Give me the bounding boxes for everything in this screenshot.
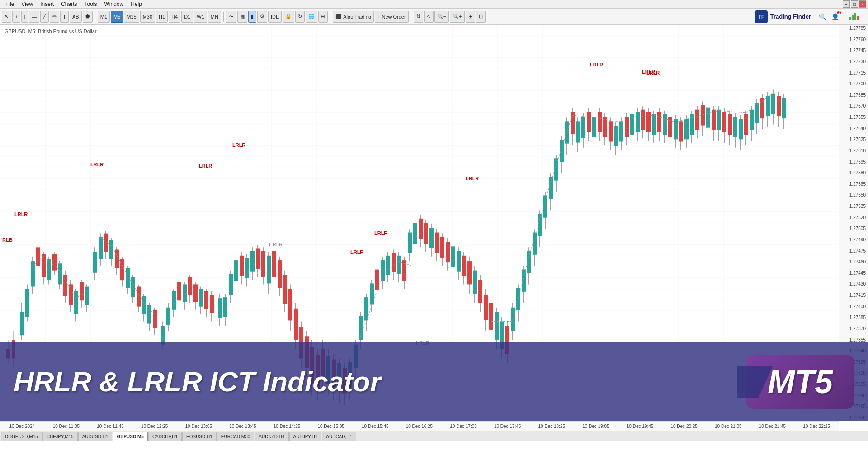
svg-rect-186 (478, 280, 482, 303)
price-label: 1.27370 (840, 326, 867, 331)
cursor-tool[interactable]: ↖ (2, 11, 11, 23)
svg-rect-92 (240, 256, 244, 276)
maximize-button[interactable]: □ (851, 0, 858, 8)
wave-btn[interactable]: ∿ (424, 11, 434, 23)
tf-w1[interactable]: W1 (194, 11, 207, 23)
svg-rect-26 (58, 263, 62, 284)
time-label: 10 Dec 16:25 (397, 424, 442, 429)
svg-rect-253 (657, 112, 661, 132)
tf-m15[interactable]: M15 (124, 11, 139, 23)
ab-tool[interactable]: AB (70, 11, 82, 23)
tab-audnzd-h4[interactable]: AUDNZD,H4 (255, 432, 288, 441)
svg-rect-69 (177, 282, 181, 300)
zoom-in-btn[interactable]: 🔍+ (450, 11, 464, 23)
chart-options-btn[interactable]: ⚙ (257, 11, 267, 23)
time-label: 10 Dec 18:25 (530, 424, 574, 429)
tab-audcad-h1[interactable]: AUDCAD,H1 (322, 432, 356, 441)
svg-text:LRLR: LRLR (590, 62, 603, 67)
svg-rect-273 (712, 110, 716, 130)
close-button[interactable]: × (859, 0, 866, 8)
svg-rect-12 (20, 312, 24, 335)
menu-view[interactable]: View (18, 1, 37, 7)
time-label: 10 Dec 17:45 (486, 424, 530, 429)
time-label: 10 Dec 11:05 (44, 424, 89, 429)
chart-shift-btn[interactable]: ⊡ (476, 11, 486, 23)
chart-candle-btn[interactable]: ▮ (248, 11, 256, 23)
add-tool[interactable]: + (12, 11, 20, 23)
refresh-btn[interactable]: ↻ (295, 11, 305, 23)
tf-mn[interactable]: MN (208, 11, 221, 23)
menu-tools[interactable]: Tools (81, 1, 101, 7)
new-order-btn[interactable]: + New Order (375, 11, 409, 23)
chart-line-btn[interactable]: 〜 (226, 11, 236, 23)
tab-audjpy-h1[interactable]: AUDJPY,H1 (289, 432, 322, 441)
globe-btn[interactable]: 🌐 (306, 11, 317, 23)
vertical-line-tool[interactable]: | (21, 11, 28, 23)
zoom-out-btn[interactable]: 🔍− (434, 11, 449, 23)
svg-rect-179 (462, 256, 466, 276)
price-label: 1.27400 (840, 304, 867, 309)
price-label: 1.27640 (840, 126, 867, 131)
menu-help[interactable]: Help (127, 1, 146, 7)
time-axis: 10 Dec 2024 10 Dec 11:05 10 Dec 11:45 10… (0, 421, 839, 431)
menu-insert[interactable]: Insert (37, 1, 57, 7)
svg-rect-192 (495, 312, 499, 340)
svg-rect-67 (172, 291, 176, 310)
svg-rect-109 (283, 275, 287, 304)
trend-line-tool[interactable]: ╱ (40, 11, 49, 23)
price-label: 1.27550 (840, 192, 867, 197)
ide-btn[interactable]: IDE (268, 11, 282, 23)
tab-gbpusd-m5[interactable]: GBPUSD,M5 (113, 432, 147, 441)
price-label: 1.27490 (840, 237, 867, 242)
tf-m5[interactable]: M5 (111, 11, 123, 23)
algo-trading-btn[interactable]: ⬛ Algo Trading (333, 11, 374, 23)
menu-window[interactable]: Window (101, 1, 127, 7)
pencil-tool[interactable]: ✏ (50, 11, 59, 23)
price-label: 1.27430 (840, 281, 867, 286)
tab-dogeusd-m15[interactable]: DOGEUSD,M15 (1, 432, 42, 441)
svg-rect-190 (489, 303, 493, 329)
chart-bar-btn[interactable]: ▦ (237, 11, 247, 23)
lock-btn[interactable]: 🔒 (283, 11, 294, 23)
search-icon[interactable]: 🔍 (817, 12, 827, 22)
price-btn[interactable]: ⇅ (414, 11, 423, 23)
globe2-btn[interactable]: ⊕ (318, 11, 328, 23)
chart-container[interactable]: GBPUSD, M5: British Pound vs US Dollar R… (0, 25, 868, 431)
tf-m1[interactable]: M1 (98, 11, 110, 23)
tab-chfjpy-m15[interactable]: CHFJPY,M15 (42, 432, 78, 441)
svg-rect-48 (120, 259, 124, 280)
time-label: 10 Dec 13:45 (221, 424, 265, 429)
svg-rect-107 (278, 260, 282, 288)
svg-rect-284 (739, 119, 743, 139)
svg-rect-103 (267, 256, 271, 284)
horizontal-line-tool[interactable]: — (29, 11, 39, 23)
tab-eosusd-h1[interactable]: EOSUSD,H1 (182, 432, 217, 441)
tf-m30[interactable]: M30 (140, 11, 155, 23)
text-tool[interactable]: T (60, 11, 69, 23)
menu-file[interactable]: File (2, 1, 18, 7)
tf-d1[interactable]: D1 (181, 11, 193, 23)
price-label: 1.27535 (840, 204, 867, 209)
tab-eurcad-m30[interactable]: EURCAD,M30 (217, 432, 254, 441)
menu-charts[interactable]: Charts (57, 1, 80, 7)
svg-rect-151 (386, 256, 390, 275)
svg-rect-153 (392, 253, 396, 272)
tab-audusd-h1[interactable]: AUDUSD,H1 (78, 432, 113, 441)
time-label: 10 Dec 21:45 (750, 424, 795, 429)
time-label: 10 Dec 12:25 (132, 424, 177, 429)
svg-rect-208 (538, 214, 542, 236)
indicator-bars (846, 13, 862, 20)
tf-h1[interactable]: H1 (156, 11, 168, 23)
shapes-tool[interactable]: ⬟ (83, 11, 93, 23)
tf-logo-text: Trading Finder (770, 13, 811, 20)
grid-btn[interactable]: ⊞ (466, 11, 475, 23)
svg-rect-141 (359, 316, 363, 340)
tab-cadchf-h1[interactable]: CADCHF,H1 (148, 432, 182, 441)
minimize-button[interactable]: − (843, 0, 850, 8)
price-label: 1.27475 (840, 248, 867, 253)
notification-badge: 1 (837, 11, 841, 14)
tf-h4[interactable]: H4 (169, 11, 180, 23)
svg-rect-202 (522, 270, 526, 292)
svg-rect-294 (766, 96, 770, 116)
notification-icon[interactable]: 👤1 (830, 12, 840, 22)
